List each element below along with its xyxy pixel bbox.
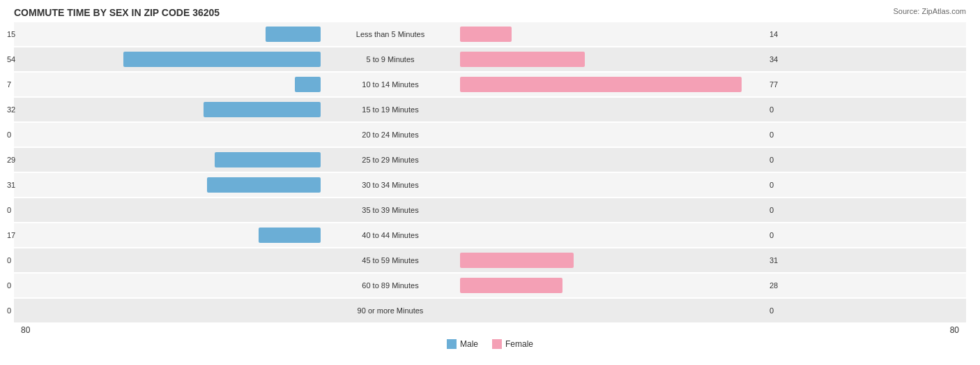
female-value: 28 [767,281,774,290]
row-label: 90 or more Minutes [321,306,460,315]
male-bar [259,228,321,243]
male-value: 32 [7,105,14,114]
left-section: 0 [14,299,321,322]
male-bar [215,152,321,167]
chart-area: 15Less than 5 Minutes14545 to 9 Minutes3… [14,22,966,322]
female-value: 0 [767,181,774,189]
left-section: 17 [14,223,321,247]
right-section: 77 [460,73,767,96]
axis-min: 80 [21,325,30,335]
male-value: 17 [7,231,14,239]
row-label: 5 to 9 Minutes [321,55,460,64]
male-legend-box [447,339,457,349]
female-value: 14 [767,30,774,38]
female-value: 0 [767,231,774,239]
legend-male: Male [447,339,478,349]
right-section: 14 [460,22,767,46]
male-value: 0 [7,131,14,139]
left-section: 7 [14,73,321,96]
bar-row: 710 to 14 Minutes77 [14,73,966,96]
left-section: 0 [14,274,321,297]
bar-row: 035 to 39 Minutes0 [14,198,966,222]
male-value: 0 [7,306,14,315]
male-bar [207,177,321,193]
right-section: 34 [460,47,767,71]
source-label: Source: ZipAtlas.com [893,7,966,15]
left-section: 31 [14,173,321,197]
bar-row: 020 to 24 Minutes0 [14,123,966,147]
row-label: 10 to 14 Minutes [321,80,460,89]
female-bar [460,27,512,42]
right-section: 0 [460,173,767,197]
left-section: 0 [14,123,321,147]
bar-row: 3130 to 34 Minutes0 [14,173,966,197]
row-label: 60 to 89 Minutes [321,281,460,290]
male-bar [266,27,321,42]
axis-max: 80 [950,325,959,335]
right-section: 31 [460,248,767,272]
female-bar [460,253,574,268]
male-value: 15 [7,30,14,38]
male-value: 0 [7,256,14,265]
female-value: 0 [767,156,774,164]
bar-row: 3215 to 19 Minutes0 [14,98,966,121]
row-label: 45 to 59 Minutes [321,256,460,265]
male-value: 0 [7,206,14,214]
male-bar [123,52,321,67]
left-section: 54 [14,47,321,71]
male-label: Male [460,339,478,349]
row-label: Less than 5 Minutes [321,30,460,38]
row-label: 30 to 34 Minutes [321,181,460,189]
female-value: 0 [767,206,774,214]
axis-labels: 80 80 [14,325,966,335]
legend: Male Female [14,339,966,349]
male-value: 7 [7,80,14,89]
right-section: 0 [460,123,767,147]
right-section: 28 [460,274,767,297]
left-section: 15 [14,22,321,46]
bar-row: 545 to 9 Minutes34 [14,47,966,71]
bar-row: 045 to 59 Minutes31 [14,248,966,272]
female-value: 0 [767,306,774,315]
male-bar [295,77,321,92]
female-legend-box [492,339,502,349]
male-value: 29 [7,156,14,164]
male-value: 54 [7,55,14,64]
female-label: Female [505,339,533,349]
right-section: 0 [460,223,767,247]
row-label: 40 to 44 Minutes [321,231,460,239]
bar-row: 15Less than 5 Minutes14 [14,22,966,46]
left-section: 0 [14,248,321,272]
legend-female: Female [492,339,533,349]
right-section: 0 [460,148,767,172]
male-value: 0 [7,281,14,290]
chart-title: COMMUTE TIME BY SEX IN ZIP CODE 36205 [14,7,966,18]
row-label: 25 to 29 Minutes [321,156,460,164]
male-value: 31 [7,181,14,189]
row-label: 15 to 19 Minutes [321,105,460,114]
right-section: 0 [460,198,767,222]
female-value: 31 [767,256,774,265]
left-section: 29 [14,148,321,172]
female-value: 0 [767,131,774,139]
bar-row: 2925 to 29 Minutes0 [14,148,966,172]
row-label: 20 to 24 Minutes [321,131,460,139]
female-value: 0 [767,105,774,114]
female-bar [460,278,562,293]
bar-row: 1740 to 44 Minutes0 [14,223,966,247]
female-value: 34 [767,55,774,64]
bar-row: 060 to 89 Minutes28 [14,274,966,297]
left-section: 0 [14,198,321,222]
female-bar [460,52,585,67]
left-section: 32 [14,98,321,121]
chart-container: COMMUTE TIME BY SEX IN ZIP CODE 36205 So… [0,0,980,365]
row-label: 35 to 39 Minutes [321,206,460,214]
female-bar [460,77,742,92]
male-bar [204,102,321,117]
female-value: 77 [767,80,774,89]
bar-row: 090 or more Minutes0 [14,299,966,322]
right-section: 0 [460,98,767,121]
right-section: 0 [460,299,767,322]
